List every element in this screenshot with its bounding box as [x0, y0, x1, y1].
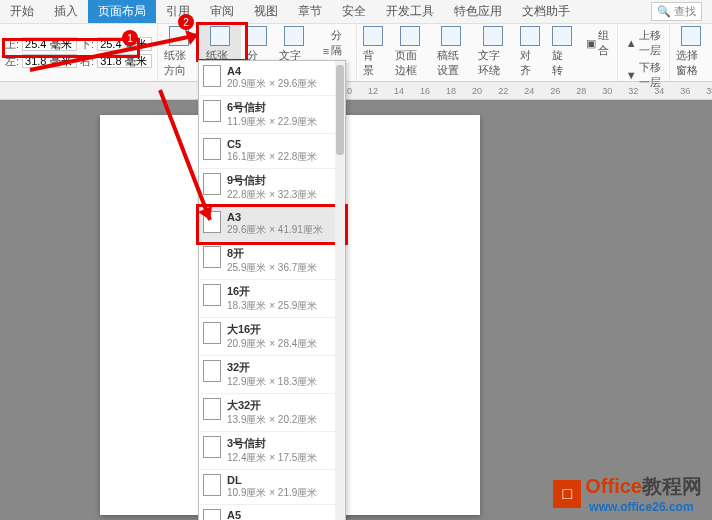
- tab-dev-tools[interactable]: 开发工具: [376, 0, 444, 23]
- size-name: 6号信封: [227, 100, 339, 115]
- paper-size-option[interactable]: 大16开20.9厘米 × 28.4厘米: [199, 318, 345, 356]
- orientation-button[interactable]: 纸张方向: [158, 24, 200, 81]
- page-icon: [203, 284, 221, 306]
- paper-size-option[interactable]: 大32开13.9厘米 × 20.2厘米: [199, 394, 345, 432]
- ruler-tick: 14: [394, 86, 404, 96]
- size-name: A4: [227, 65, 339, 77]
- page-icon: [203, 65, 221, 87]
- tab-start[interactable]: 开始: [0, 0, 44, 23]
- size-dim: 25.9厘米 × 36.7厘米: [227, 261, 339, 275]
- size-name: A3: [227, 211, 339, 223]
- size-name: 8开: [227, 246, 339, 261]
- ruler: 68101214161820222426283032343638: [0, 82, 712, 100]
- dropdown-scrollbar[interactable]: [335, 61, 345, 520]
- watermark-logo-icon: □: [553, 480, 581, 508]
- ruler-tick: 30: [602, 86, 612, 96]
- search-box[interactable]: 🔍 查找: [651, 2, 702, 21]
- paper-size-option[interactable]: A420.9厘米 × 29.6厘米: [199, 61, 345, 96]
- menu-tabs: 开始 插入 页面布局 引用 审阅 视图 章节 安全 开发工具 特色应用 文档助手…: [0, 0, 712, 24]
- paper-size-option[interactable]: 3号信封12.4厘米 × 17.5厘米: [199, 432, 345, 470]
- text-wrap-label: 文字环绕: [478, 48, 508, 78]
- size-dim: 11.9厘米 × 22.9厘米: [227, 115, 339, 129]
- selection-pane-icon: [681, 26, 701, 46]
- selection-pane-label: 选择窗格: [676, 48, 706, 78]
- rotate-button[interactable]: 旋转: [546, 24, 578, 81]
- columns-icon: [247, 26, 267, 46]
- tab-view[interactable]: 视图: [244, 0, 288, 23]
- paper-size-option[interactable]: DL10.9厘米 × 21.9厘米: [199, 470, 345, 505]
- tab-security[interactable]: 安全: [332, 0, 376, 23]
- ruler-tick: 28: [576, 86, 586, 96]
- page-icon: [203, 436, 221, 458]
- paper-size-option[interactable]: 6号信封11.9厘米 × 22.9厘米: [199, 96, 345, 134]
- paper-size-option[interactable]: 8开25.9厘米 × 36.7厘米: [199, 242, 345, 280]
- size-dim: 22.8厘米 × 32.3厘米: [227, 188, 339, 202]
- size-dim: 20.9厘米 × 29.6厘米: [227, 77, 339, 91]
- paper-setting-button[interactable]: 稿纸设置: [431, 24, 473, 81]
- size-dim: 20.9厘米 × 28.4厘米: [227, 337, 339, 351]
- paper-size-option[interactable]: A514.7厘米 × 20.9厘米: [199, 505, 345, 520]
- background-button[interactable]: 背景: [357, 24, 389, 81]
- move-down-icon: ▼: [626, 69, 637, 81]
- group-button[interactable]: ▣组合: [582, 27, 613, 59]
- tab-special[interactable]: 特色应用: [444, 0, 512, 23]
- page-icon: [203, 211, 221, 233]
- size-dim: 16.1厘米 × 22.8厘米: [227, 150, 339, 164]
- page-icon: [203, 100, 221, 122]
- paper-size-option[interactable]: 32开12.9厘米 × 18.3厘米: [199, 356, 345, 394]
- page-border-icon: [400, 26, 420, 46]
- tab-page-layout[interactable]: 页面布局: [88, 0, 156, 23]
- tab-doc-assist[interactable]: 文档助手: [512, 0, 580, 23]
- selection-pane-button[interactable]: 选择窗格: [670, 24, 712, 81]
- paper-setting-label: 稿纸设置: [437, 48, 467, 78]
- paper-size-option[interactable]: 9号信封22.8厘米 × 32.3厘米: [199, 169, 345, 207]
- paper-size-option[interactable]: 16开18.3厘米 × 25.9厘米: [199, 280, 345, 318]
- ruler-tick: 22: [498, 86, 508, 96]
- size-name: DL: [227, 474, 339, 486]
- rotate-icon: [552, 26, 572, 46]
- size-dim: 18.3厘米 × 25.9厘米: [227, 299, 339, 313]
- paper-size-dropdown: A420.9厘米 × 29.6厘米6号信封11.9厘米 × 22.9厘米C516…: [198, 60, 346, 520]
- move-up-button[interactable]: ▲上移一层: [622, 27, 666, 59]
- move-down-button[interactable]: ▼下移一层: [622, 59, 666, 91]
- size-name: 32开: [227, 360, 339, 375]
- background-label: 背景: [363, 48, 383, 78]
- page-icon: [203, 398, 221, 420]
- size-name: C5: [227, 138, 339, 150]
- align-label: 对齐: [520, 48, 540, 78]
- page-icon: [203, 138, 221, 160]
- size-dim: 10.9厘米 × 21.9厘米: [227, 486, 339, 500]
- size-name: 大16开: [227, 322, 339, 337]
- tab-insert[interactable]: 插入: [44, 0, 88, 23]
- align-icon: [520, 26, 540, 46]
- page-icon: [203, 360, 221, 382]
- page-icon: [203, 474, 221, 496]
- text-wrap-icon: [483, 26, 503, 46]
- watermark-brand1: Office: [585, 475, 642, 497]
- page-border-button[interactable]: 页面边框: [389, 24, 431, 81]
- text-direction-icon: [284, 26, 304, 46]
- paper-size-option[interactable]: A329.6厘米 × 41.91厘米: [199, 207, 345, 242]
- search-placeholder: 查找: [674, 4, 696, 19]
- tab-chapter[interactable]: 章节: [288, 0, 332, 23]
- badge-2: 2: [178, 14, 194, 30]
- paper-size-option[interactable]: C516.1厘米 × 22.8厘米: [199, 134, 345, 169]
- size-name: A5: [227, 509, 339, 520]
- tab-review[interactable]: 审阅: [200, 0, 244, 23]
- group-icon: ▣: [586, 37, 596, 50]
- highlight-paper-size: [196, 22, 248, 62]
- size-dim: 12.4厘米 × 17.5厘米: [227, 451, 339, 465]
- scroll-thumb[interactable]: [336, 65, 344, 155]
- size-name: 16开: [227, 284, 339, 299]
- size-name: 9号信封: [227, 173, 339, 188]
- page-icon: [203, 322, 221, 344]
- ruler-tick: 26: [550, 86, 560, 96]
- search-icon: 🔍: [657, 5, 671, 18]
- watermark-brand2: 教程网: [642, 475, 702, 497]
- text-wrap-button[interactable]: 文字环绕: [472, 24, 514, 81]
- ruler-tick: 12: [368, 86, 378, 96]
- ruler-tick: 20: [472, 86, 482, 96]
- align-button[interactable]: 对齐: [514, 24, 546, 81]
- page-border-label: 页面边框: [395, 48, 425, 78]
- highlight-margins: [2, 38, 140, 58]
